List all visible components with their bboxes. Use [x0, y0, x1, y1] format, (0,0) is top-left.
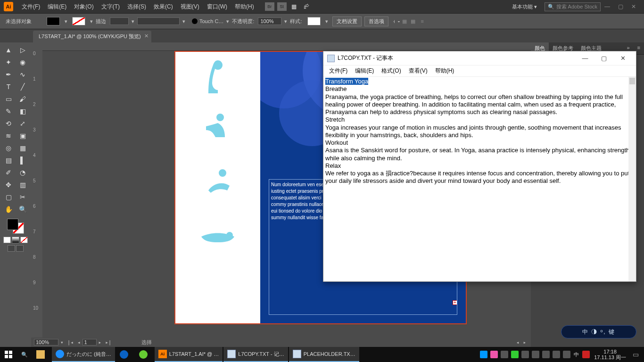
- zoom-tool-icon[interactable]: 🔍: [16, 204, 29, 215]
- menu-view[interactable]: 视图(V): [177, 3, 203, 11]
- stock-search[interactable]: 🔍搜索 Adobe Stock: [545, 2, 601, 11]
- window-minimize-icon[interactable]: —: [576, 55, 594, 62]
- taskbar-notepad-2[interactable]: PLACEHOLDER.TX…: [289, 347, 359, 362]
- panel-menu-icon[interactable]: ≡: [421, 18, 424, 24]
- tray-sogou-icon[interactable]: [582, 351, 590, 358]
- tray-volume-icon[interactable]: [563, 351, 570, 358]
- selection-tool-icon[interactable]: ▲: [2, 44, 15, 56]
- stroke-weight-input[interactable]: [110, 17, 129, 25]
- perspective-tool-icon[interactable]: ▦: [16, 142, 29, 154]
- opacity-input[interactable]: [258, 17, 281, 25]
- ime-lang-indicator[interactable]: 中: [572, 351, 581, 358]
- taskbar-explorer-icon[interactable]: [33, 347, 51, 362]
- tray-battery-icon[interactable]: [553, 351, 560, 358]
- taskbar-notepad-1[interactable]: L7COPY.TXT - 记…: [223, 347, 288, 362]
- notepad-menu-view[interactable]: 查看(V): [405, 67, 431, 75]
- start-button[interactable]: [0, 351, 17, 358]
- artboard-tool-icon[interactable]: ▢: [2, 191, 15, 203]
- tray-icon[interactable]: [532, 351, 539, 358]
- overset-text-icon[interactable]: +: [453, 300, 457, 305]
- notepad-titlebar[interactable]: L7COPY.TXT - 记事本 — ▢ ✕: [323, 51, 636, 66]
- direct-select-tool-icon[interactable]: ▷: [16, 44, 29, 56]
- taskbar-illustrator[interactable]: AiL7START_1.AI* @ …: [155, 347, 223, 362]
- window-close-icon[interactable]: ✕: [613, 55, 632, 62]
- shape-builder-tool-icon[interactable]: ◎: [2, 142, 15, 154]
- screen-mode-icon[interactable]: [16, 245, 24, 252]
- fill-swatch[interactable]: [47, 17, 60, 25]
- notepad-menu-edit[interactable]: 编辑(E): [351, 67, 378, 75]
- notepad-menu-format[interactable]: 格式(O): [378, 67, 405, 75]
- align-flyout-icon[interactable]: ⫞ ▾: [393, 18, 400, 24]
- gradient-tool-icon[interactable]: ▌: [16, 155, 29, 166]
- action-center-icon[interactable]: ▭: [629, 351, 642, 358]
- eraser-tool-icon[interactable]: ◧: [16, 106, 29, 117]
- shaper-tool-icon[interactable]: ✎: [2, 106, 15, 117]
- notepad-scrollbar[interactable]: [628, 77, 636, 281]
- tray-wifi-icon[interactable]: [542, 351, 550, 358]
- rotate-tool-icon[interactable]: ⟲: [2, 118, 15, 129]
- hscroll-right-icon[interactable]: ▸: [521, 339, 528, 346]
- arrange-docs-icon[interactable]: ▦: [289, 2, 299, 11]
- taskbar-search-icon[interactable]: 🔍: [17, 347, 32, 362]
- taskbar-edge-icon[interactable]: [116, 347, 134, 362]
- panel-dock-icon[interactable]: ▦: [402, 18, 407, 25]
- doc-setup-button[interactable]: 文档设置: [332, 16, 362, 26]
- chevron-down-icon[interactable]: ▾: [65, 18, 67, 25]
- preferences-button[interactable]: 首选项: [364, 16, 388, 26]
- symbol-sprayer-tool-icon[interactable]: ✥: [2, 179, 15, 190]
- touch-brush-label[interactable]: Touch C…: [199, 18, 223, 24]
- style-swatch[interactable]: [307, 17, 321, 25]
- window-minimize-icon[interactable]: —: [601, 3, 614, 10]
- graph-tool-icon[interactable]: ▥: [16, 179, 29, 190]
- chevron-down-icon[interactable]: ▾: [226, 18, 229, 25]
- menu-object[interactable]: 对象(O): [70, 3, 97, 11]
- brush-select[interactable]: [137, 17, 180, 25]
- workspace-switcher[interactable]: 基本功能 ▾: [509, 3, 540, 10]
- slice-tool-icon[interactable]: ✂: [16, 191, 29, 203]
- lasso-tool-icon[interactable]: ◉: [16, 57, 29, 68]
- eyedropper-tool-icon[interactable]: ✐: [2, 167, 15, 178]
- type-tool-icon[interactable]: T: [2, 81, 15, 92]
- tray-icon[interactable]: [511, 351, 519, 358]
- taskbar-clock[interactable]: 17:18 17.11.13 周一: [591, 349, 629, 360]
- artboard-number-input[interactable]: [83, 339, 97, 346]
- prev-artboard-icon[interactable]: ◂: [75, 339, 83, 346]
- chevron-down-icon[interactable]: ▾: [182, 18, 185, 25]
- fill-well[interactable]: [7, 219, 18, 230]
- bridge-icon[interactable]: Br: [265, 2, 274, 11]
- close-icon[interactable]: ✕: [144, 33, 149, 39]
- menu-file[interactable]: 文件(F): [18, 3, 44, 11]
- chevron-down-icon[interactable]: ▾: [90, 18, 93, 25]
- hand-tool-icon[interactable]: ✋: [2, 204, 15, 215]
- ime-indicator[interactable]: 中 ◑ º, 键: [561, 325, 636, 338]
- menu-help[interactable]: 帮助(H): [231, 3, 258, 11]
- chevron-down-icon[interactable]: ▾: [58, 339, 66, 346]
- zoom-input[interactable]: [34, 339, 58, 346]
- tray-icon[interactable]: [490, 351, 498, 358]
- rectangle-tool-icon[interactable]: ▭: [2, 93, 15, 105]
- scrollbar-thumb[interactable]: [629, 78, 635, 84]
- hscroll-left-icon[interactable]: ◂: [514, 339, 521, 346]
- window-maximize-icon[interactable]: ▢: [594, 55, 613, 62]
- panel-dock-icon[interactable]: ▦: [411, 18, 415, 25]
- width-tool-icon[interactable]: ≋: [2, 130, 15, 141]
- free-transform-tool-icon[interactable]: ▣: [16, 130, 29, 141]
- scale-tool-icon[interactable]: ⤢: [16, 118, 29, 129]
- pen-tool-icon[interactable]: ✒: [2, 69, 15, 80]
- tray-icon[interactable]: [501, 351, 508, 358]
- first-artboard-icon[interactable]: |◂: [66, 339, 75, 346]
- doc-tab[interactable]: L7START_1.AI* @ 100% (CMYK/GPU 预览) ✕: [33, 31, 151, 42]
- notepad-window[interactable]: L7COPY.TXT - 记事本 — ▢ ✕ 文件(F) 编辑(E) 格式(O)…: [323, 51, 636, 282]
- tray-network-icon[interactable]: [521, 351, 529, 358]
- notepad-menu-file[interactable]: 文件(F): [325, 67, 351, 75]
- notepad-menu-help[interactable]: 帮助(H): [431, 67, 458, 75]
- blend-tool-icon[interactable]: ◔: [16, 167, 29, 178]
- window-maximize-icon[interactable]: ▢: [614, 3, 627, 10]
- magic-wand-tool-icon[interactable]: ✦: [2, 57, 15, 68]
- last-artboard-icon[interactable]: ▸|: [103, 339, 113, 346]
- fill-stroke-well[interactable]: [6, 218, 25, 235]
- chevron-down-icon[interactable]: ▾: [325, 18, 328, 25]
- chevron-down-icon[interactable]: ▾: [132, 18, 134, 25]
- tray-icon[interactable]: [480, 351, 487, 358]
- chevron-down-icon[interactable]: ▾: [284, 18, 287, 25]
